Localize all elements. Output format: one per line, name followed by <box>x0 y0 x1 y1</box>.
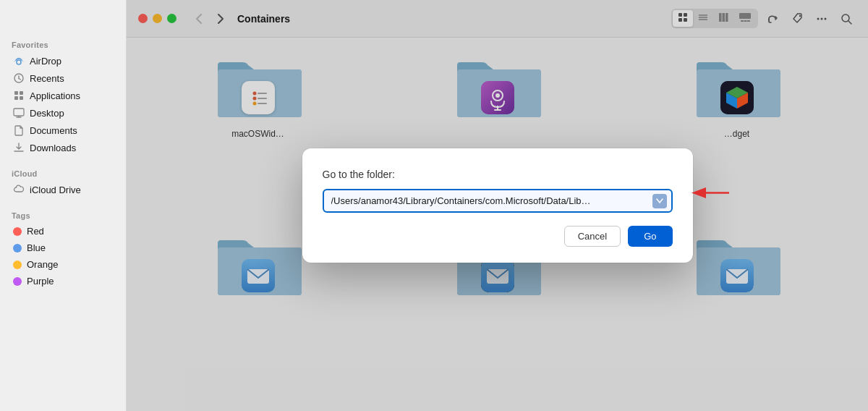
dialog-input-wrapper <box>323 189 673 213</box>
sidebar-item-desktop[interactable]: Desktop <box>3 105 123 121</box>
svg-rect-7 <box>20 96 23 100</box>
sidebar-item-applications-label: Applications <box>30 90 80 101</box>
svg-rect-5 <box>20 91 23 95</box>
sidebar-item-tag-purple[interactable]: Purple <box>3 274 123 289</box>
arrow-annotation <box>689 182 733 229</box>
documents-icon <box>13 124 25 136</box>
svg-rect-4 <box>14 91 18 95</box>
cancel-button[interactable]: Cancel <box>564 226 621 247</box>
sidebar-item-airdrop[interactable]: AirDrop <box>3 53 123 69</box>
dialog-overlay: Go to the folder: Cancel Go <box>127 0 868 411</box>
sidebar-item-applications[interactable]: Applications <box>3 88 123 103</box>
sidebar-item-desktop-label: Desktop <box>30 108 64 119</box>
sidebar-item-downloads-label: Downloads <box>30 143 76 153</box>
svg-rect-8 <box>14 109 24 116</box>
tag-purple-label: Purple <box>27 276 54 287</box>
sidebar-item-tag-blue[interactable]: Blue <box>3 240 123 255</box>
blue-dot <box>13 244 22 253</box>
applications-icon <box>13 90 25 101</box>
favorites-label: Favorites <box>0 35 126 52</box>
desktop-icon <box>13 107 25 119</box>
sidebar-item-airdrop-label: AirDrop <box>30 56 61 67</box>
svg-line-3 <box>19 79 21 80</box>
tag-red-label: Red <box>27 226 44 237</box>
goto-folder-dialog: Go to the folder: Cancel Go <box>302 148 693 263</box>
dialog-title: Go to the folder: <box>323 169 673 180</box>
sidebar-item-tag-red[interactable]: Red <box>3 224 123 239</box>
dialog-buttons: Cancel Go <box>323 226 673 247</box>
purple-dot <box>13 277 22 286</box>
tag-orange-label: Orange <box>27 259 58 270</box>
tag-blue-label: Blue <box>27 242 46 253</box>
tags-label: Tags <box>0 206 126 223</box>
orange-dot <box>13 260 22 269</box>
airdrop-icon <box>13 55 25 67</box>
downloads-icon <box>13 142 25 153</box>
sidebar-item-tag-orange[interactable]: Orange <box>3 257 123 272</box>
icloud-label: iCloud <box>0 164 126 181</box>
sidebar-item-icloud-drive[interactable]: iCloud Drive <box>3 182 123 198</box>
main-content: Containers <box>127 0 868 411</box>
svg-rect-6 <box>14 96 18 100</box>
sidebar-item-icloud-label: iCloud Drive <box>30 185 81 195</box>
sidebar-item-recents-label: Recents <box>30 73 64 84</box>
sidebar-item-documents-label: Documents <box>30 125 77 136</box>
folder-path-input[interactable] <box>323 189 673 213</box>
red-dot <box>13 227 22 236</box>
input-dropdown-arrow[interactable] <box>652 194 667 208</box>
icloud-icon <box>13 184 25 195</box>
go-button[interactable]: Go <box>628 226 672 247</box>
sidebar-item-documents[interactable]: Documents <box>3 122 123 138</box>
sidebar: Favorites AirDrop Recents <box>0 0 127 411</box>
sidebar-item-recents[interactable]: Recents <box>3 70 123 86</box>
sidebar-item-downloads[interactable]: Downloads <box>3 140 123 156</box>
svg-point-0 <box>17 60 21 64</box>
clock-icon <box>13 72 25 84</box>
